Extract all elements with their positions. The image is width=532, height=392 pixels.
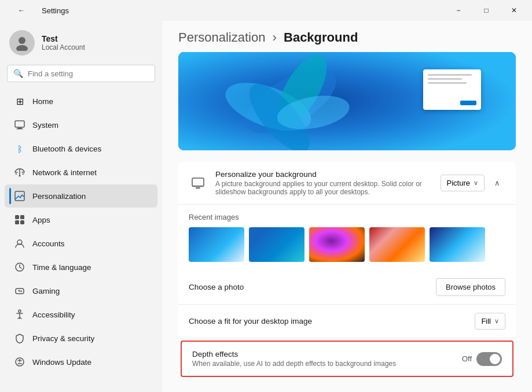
sidebar-item-label: Time & language [32, 263, 91, 272]
recent-image-1[interactable] [189, 227, 244, 262]
recent-images-grid [189, 227, 505, 262]
sidebar-item-accounts[interactable]: Accounts [5, 232, 157, 255]
toggle-knob [490, 354, 500, 364]
home-icon: ⊞ [14, 95, 25, 107]
network-icon [14, 167, 25, 178]
breadcrumb-separator: › [273, 30, 277, 45]
depth-effects-state: Off [462, 354, 472, 363]
sidebar-item-label: Privacy & security [32, 334, 94, 343]
svg-rect-23 [196, 187, 200, 188]
sidebar-item-time[interactable]: Time & language [5, 256, 157, 279]
breadcrumb-parent: Personalization [178, 30, 265, 45]
personalize-icon [189, 174, 207, 193]
sidebar-item-bluetooth[interactable]: ᛒ Bluetooth & devices [5, 137, 157, 160]
browse-photos-button[interactable]: Browse photos [436, 278, 505, 296]
depth-effects-desc: When available, use AI to add depth effe… [192, 360, 454, 368]
back-button[interactable]: ← [8, 1, 35, 20]
svg-rect-10 [20, 220, 24, 224]
sidebar-item-privacy[interactable]: Privacy & security [5, 327, 157, 350]
titlebar: ← Settings − □ ✕ [0, 0, 532, 21]
sidebar-item-label: Apps [32, 216, 50, 224]
titlebar-title: Settings [42, 6, 69, 15]
apps-icon [14, 214, 25, 225]
sidebar-item-label: Accounts [32, 239, 65, 248]
close-button[interactable]: ✕ [501, 1, 527, 20]
depth-effects-toggle[interactable] [476, 352, 502, 366]
personalize-row: Personalize your background A picture ba… [178, 162, 516, 205]
recent-images-label: Recent images [189, 213, 505, 221]
gaming-icon [14, 285, 25, 297]
system-icon [14, 119, 25, 131]
sidebar-item-label: Bluetooth & devices [32, 145, 101, 153]
sidebar-item-home[interactable]: ⊞ Home [5, 90, 157, 113]
personalize-section: Personalize your background A picture ba… [178, 162, 516, 379]
sidebar-item-network[interactable]: Network & internet [5, 161, 157, 184]
minimize-button[interactable]: − [445, 1, 472, 20]
depth-effects-title: Depth effects [192, 350, 454, 358]
chevron-down-icon: ∨ [494, 317, 499, 325]
expand-button[interactable]: ∧ [489, 175, 505, 191]
recent-image-5[interactable] [430, 227, 485, 262]
accounts-icon [14, 238, 25, 249]
svg-rect-22 [192, 178, 204, 186]
user-info: Test Local Account [42, 34, 85, 51]
sidebar-item-label: Network & internet [32, 168, 97, 177]
recent-image-4[interactable] [369, 227, 425, 262]
sidebar-item-label: System [32, 121, 58, 130]
sidebar-item-system[interactable]: System [5, 113, 157, 136]
maximize-button[interactable]: □ [473, 1, 500, 20]
search-icon: 🔍 [13, 69, 23, 78]
sidebar-nav: ⊞ Home System ᛒ Bluetooth & devices [0, 89, 162, 374]
sidebar-item-label: Gaming [32, 287, 60, 295]
sidebar-item-gaming[interactable]: Gaming [5, 279, 157, 302]
search-input[interactable] [28, 69, 149, 78]
depth-effects-row: Depth effects When available, use AI to … [181, 341, 513, 377]
privacy-icon [14, 332, 25, 344]
fit-dropdown[interactable]: Fill ∨ [475, 313, 505, 330]
accessibility-icon [14, 309, 25, 320]
preview-window [423, 69, 481, 110]
bluetooth-icon: ᛒ [14, 143, 25, 154]
choose-photo-label: Choose a photo [189, 283, 428, 291]
svg-point-5 [19, 175, 21, 177]
user-profile[interactable]: Test Local Account [0, 21, 162, 62]
recent-image-2[interactable] [249, 227, 304, 262]
recent-image-3[interactable] [309, 227, 365, 262]
svg-rect-2 [15, 121, 24, 127]
personalization-icon [14, 190, 25, 202]
sidebar-item-label: Home [32, 97, 53, 106]
svg-rect-9 [15, 220, 19, 224]
sidebar-item-label: Accessibility [32, 310, 75, 319]
choose-fit-row: Choose a fit for your desktop image Fill… [178, 305, 516, 338]
chevron-down-icon: ∨ [474, 179, 478, 187]
personalize-desc: A picture background applies to your cur… [215, 180, 432, 196]
svg-rect-7 [15, 215, 19, 219]
breadcrumb-current: Background [284, 30, 358, 45]
background-type-dropdown[interactable]: Picture ∨ [441, 175, 485, 191]
user-account-type: Local Account [42, 43, 85, 51]
svg-point-14 [19, 310, 21, 312]
window-controls: − □ ✕ [445, 1, 527, 20]
sidebar-item-label: Windows Update [32, 358, 91, 367]
user-name: Test [42, 34, 85, 43]
svg-point-1 [16, 45, 28, 51]
sidebar: Test Local Account 🔍 ⊞ Home [0, 21, 162, 392]
sidebar-item-windows-update[interactable]: Windows Update [5, 350, 157, 373]
sidebar-item-apps[interactable]: Apps [5, 208, 157, 231]
breadcrumb: Personalization › Background [162, 21, 532, 52]
choose-photo-row: Choose a photo Browse photos [178, 270, 516, 305]
search-box[interactable]: 🔍 [7, 65, 155, 82]
windows-update-icon [14, 356, 25, 368]
sidebar-item-personalization[interactable]: Personalization [5, 184, 157, 208]
choose-fit-label: Choose a fit for your desktop image [189, 317, 467, 326]
svg-rect-4 [16, 129, 23, 130]
chevron-up-icon: ∧ [494, 179, 500, 187]
sidebar-item-accessibility[interactable]: Accessibility [5, 303, 157, 326]
svg-point-0 [19, 37, 25, 44]
svg-rect-8 [20, 215, 24, 219]
avatar [9, 30, 35, 56]
personalize-title: Personalize your background [215, 170, 432, 179]
desktop-preview [178, 52, 516, 150]
sidebar-item-label: Personalization [32, 192, 86, 201]
content-area: Personalization › Background [162, 21, 532, 392]
